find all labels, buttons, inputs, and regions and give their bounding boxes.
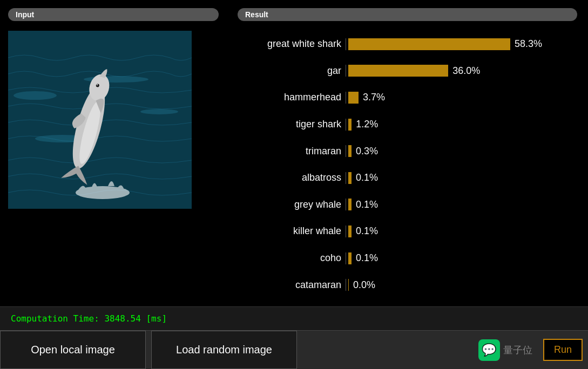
load-random-button[interactable]: Load random image <box>151 331 297 369</box>
chart-label: gar <box>238 65 346 77</box>
run-button[interactable]: Run <box>543 339 583 361</box>
bottom-bar: Open local image Load random image 💬 量子位… <box>0 330 588 369</box>
image-container <box>8 31 192 209</box>
button-divider <box>146 331 151 369</box>
wechat-icon: 💬 <box>478 339 500 361</box>
chart-area: great white shark 58.3% gar 36.0% hammer… <box>238 25 577 298</box>
chart-value: 1.2% <box>356 119 378 130</box>
chart-row: tiger shark 1.2% <box>238 114 577 135</box>
input-panel: Input <box>0 0 227 306</box>
chart-row: catamaran 0.0% <box>238 275 577 295</box>
chart-label: coho <box>238 252 346 264</box>
dolphin-image <box>8 31 192 209</box>
svg-point-1 <box>13 91 57 100</box>
chart-label: catamaran <box>238 279 346 291</box>
chart-value: 0.0% <box>353 279 375 291</box>
chart-row: gar 36.0% <box>238 60 577 81</box>
chart-value: 0.1% <box>356 252 378 264</box>
chart-row: coho 0.1% <box>238 248 577 269</box>
wechat-area: 💬 量子位 <box>473 339 538 361</box>
chart-bar <box>348 145 352 157</box>
chart-value: 36.0% <box>452 65 480 77</box>
chart-label: albatross <box>238 172 346 183</box>
chart-bar-area: 36.0% <box>346 65 577 77</box>
top-section: Input <box>0 0 588 306</box>
chart-label: grey whale <box>238 199 346 210</box>
chart-row: great white shark 58.3% <box>238 34 577 54</box>
chart-value: 0.1% <box>356 226 378 237</box>
chart-value: 0.1% <box>356 199 378 210</box>
computation-bar: Computation Time: 3848.54 [ms] <box>0 306 588 330</box>
chart-bar <box>348 38 510 50</box>
chart-row: grey whale 0.1% <box>238 194 577 215</box>
chart-bar <box>348 252 352 264</box>
chart-bar <box>348 119 352 131</box>
chart-value: 3.7% <box>363 92 385 103</box>
chart-bar <box>348 65 448 77</box>
chart-value: 0.1% <box>356 172 378 183</box>
chart-bar-area: 0.1% <box>346 172 577 184</box>
wechat-label: 量子位 <box>503 344 532 357</box>
chart-bar <box>348 279 349 291</box>
chart-bar-area: 1.2% <box>346 119 577 131</box>
chart-label: killer whale <box>238 226 346 237</box>
chart-label: hammerhead <box>238 92 346 103</box>
chart-row: hammerhead 3.7% <box>238 87 577 108</box>
chart-bar <box>348 92 359 104</box>
chart-bar-area: 0.1% <box>346 252 577 264</box>
chart-row: trimaran 0.3% <box>238 141 577 161</box>
chart-bar <box>348 226 352 237</box>
chart-bar-area: 0.1% <box>346 226 577 237</box>
chart-bar-area: 58.3% <box>346 38 577 50</box>
chart-value: 58.3% <box>515 38 542 50</box>
chart-bar <box>348 199 352 210</box>
open-local-button[interactable]: Open local image <box>0 331 146 369</box>
chart-bar-area: 0.0% <box>346 279 577 291</box>
chart-label: great white shark <box>238 38 346 50</box>
chart-label: trimaran <box>238 146 346 157</box>
input-label: Input <box>8 8 219 21</box>
chart-label: tiger shark <box>238 119 346 130</box>
result-panel: Result great white shark 58.3% gar 36.0%… <box>227 0 588 306</box>
chart-row: killer whale 0.1% <box>238 221 577 242</box>
chart-bar <box>348 172 352 184</box>
chart-row: albatross 0.1% <box>238 168 577 188</box>
chart-value: 0.3% <box>356 146 378 157</box>
chart-bar-area: 3.7% <box>346 92 577 104</box>
computation-text: Computation Time: 3848.54 [ms] <box>11 313 167 324</box>
chart-bar-area: 0.3% <box>346 145 577 157</box>
result-label: Result <box>238 8 577 21</box>
svg-point-3 <box>140 109 178 114</box>
chart-bar-area: 0.1% <box>346 199 577 210</box>
